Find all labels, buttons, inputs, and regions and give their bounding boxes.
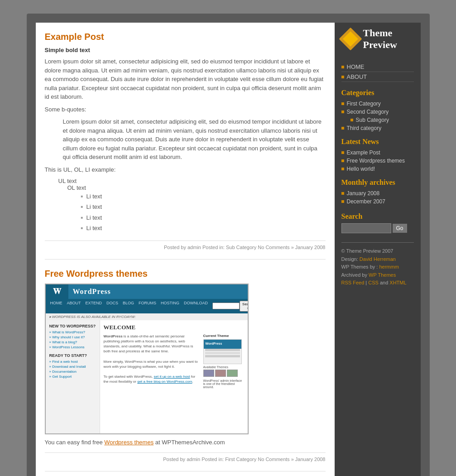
- bullet-icon-news3: [341, 168, 344, 170]
- latest-news-title: Latest News: [341, 138, 414, 146]
- sidebar-title: Theme Preview: [363, 27, 414, 51]
- post-divider-2: [45, 471, 326, 471]
- css-link[interactable]: CSS: [368, 280, 380, 285]
- sidebar-footer: © Theme Preview 2007 Design: David Herre…: [341, 242, 414, 287]
- wp-welcome-heading: WELCOME: [104, 324, 244, 331]
- and-label: and: [380, 280, 388, 285]
- post-subtitle: Simple bold text: [45, 47, 326, 53]
- wp-top-bar: 𝐖 WordPress: [46, 284, 248, 299]
- wp-nav-about: ABOUT: [65, 300, 83, 313]
- wp-link-what-is[interactable]: » What is a blog?: [49, 340, 96, 345]
- wp-right-content: WELCOME WordPress is a state-of-the-art …: [100, 320, 248, 433]
- search-input[interactable]: [341, 223, 391, 233]
- bullet-icon-news2: [341, 159, 344, 162]
- wp-theme-top-bar: WordPress: [204, 340, 241, 348]
- wp-link-what[interactable]: » What is WordPress?: [49, 330, 96, 335]
- link-text-after: at WPThemesArchive.com: [155, 439, 225, 446]
- wp-link-support[interactable]: » Get Support: [49, 374, 96, 379]
- wp-link-download[interactable]: » Download and Install: [49, 364, 96, 369]
- news-free-themes[interactable]: Free Wordpress themes: [341, 157, 414, 165]
- post-wordpress: Free Wordpress themes 𝐖 WordPress HOME A…: [45, 269, 326, 462]
- nav-about-label: ABOUT: [347, 73, 367, 80]
- wp-section-title-new: NEW TO WORDPRESS?: [49, 324, 96, 328]
- wp-right-inner: WordPress is a state-of-the-art semantic…: [104, 334, 244, 389]
- bullet-icon-cat2: [341, 111, 344, 113]
- post-title-example[interactable]: Example Post: [45, 32, 326, 42]
- post-link-text: You can easy find free Wordpress themes …: [45, 439, 326, 446]
- xhtml-link[interactable]: XHTML: [389, 280, 406, 285]
- archive-jan-2008[interactable]: January 2008: [341, 189, 414, 197]
- rss-feed-link[interactable]: RSS Feed: [341, 280, 366, 285]
- post-title-wordpress[interactable]: Free Wordpress themes: [45, 269, 326, 279]
- list-item: Li text: [81, 191, 326, 202]
- wp-ready-to-start: READY TO START? » Find a web host » Down…: [49, 353, 96, 379]
- bullet-icon-arch2: [341, 200, 344, 203]
- wp-text-block: WordPress is a state-of-the-art semantic…: [104, 334, 200, 389]
- wp-notice: ▸ WORDPRESS IS ALSO AVAILABLE IN RYCOAYW…: [46, 313, 248, 320]
- wp-thumb-3: [227, 370, 238, 377]
- ul-label: UL text: [58, 178, 326, 184]
- wp-themes-label: WP Themes by :: [341, 264, 378, 269]
- wordpress-themes-link[interactable]: Wordpress themes: [104, 439, 154, 446]
- footer-design: Design: David Herreman: [341, 255, 414, 264]
- wp-theme-preview-img: WordPress: [203, 339, 242, 364]
- wp-logo-icon: 𝐖: [53, 287, 61, 296]
- category-sub[interactable]: Sub Category: [341, 116, 414, 124]
- wp-search-button[interactable]: Search »: [240, 301, 248, 312]
- post-footer-wordpress: Posted by admin Posted in: First Categor…: [45, 452, 326, 462]
- wp-nav-links: HOME ABOUT EXTEND DOCS BLOG FORUMS HOSTI…: [46, 299, 248, 313]
- list-item: Li text: [81, 212, 326, 223]
- bullet-icon-about: [341, 76, 344, 78]
- category-first[interactable]: First Category: [341, 100, 414, 108]
- blockquote: Lorem ipsum dolor sit amet, consectetur …: [63, 117, 326, 162]
- wp-link-webhost[interactable]: » Find a web host: [49, 359, 96, 364]
- wp-link-lessons[interactable]: » WordPress Lessons: [49, 345, 96, 350]
- wp-free-blog-link[interactable]: get a free blog on WordPress.com: [137, 380, 192, 384]
- design-author: David Herreman: [360, 256, 396, 262]
- category-second[interactable]: Second Category: [341, 108, 414, 116]
- link-text-link: Wordpress themes: [104, 439, 154, 446]
- category-third[interactable]: Third category: [341, 124, 414, 132]
- post-divider-1: [45, 259, 326, 260]
- wp-nav-download: DOWNLOAD: [182, 300, 210, 313]
- sidebar-nav-about[interactable]: ABOUT: [341, 72, 414, 82]
- wp-site-name: WordPress: [68, 288, 115, 296]
- news-item-1: Example Post: [347, 149, 380, 156]
- archived-link[interactable]: WP Themes: [369, 272, 396, 278]
- wp-link-why[interactable]: » Why should I use it?: [49, 335, 96, 340]
- post-example: Example Post Simple bold text Lorem ipsu…: [45, 32, 326, 250]
- wp-nav-blog: BLOG: [120, 300, 136, 313]
- ol-label: OL text: [67, 184, 326, 191]
- cat-sub-label: Sub Category: [356, 117, 389, 123]
- nav-home-label: HOME: [347, 63, 365, 70]
- archive-item-2: December 2007: [347, 198, 385, 205]
- wp-link-docs[interactable]: » Documentation: [49, 369, 96, 374]
- wp-thumb-2: [215, 370, 226, 377]
- wp-search-input[interactable]: [212, 303, 240, 309]
- monthly-archives-section: Monthly archives January 2008 December 2…: [341, 178, 414, 206]
- archive-dec-2007[interactable]: December 2007: [341, 197, 414, 206]
- list-section: UL text OL text Li text Li text Li text …: [54, 178, 326, 234]
- latest-news-section: Latest News Example Post Free Wordpress …: [341, 138, 414, 173]
- wordpress-screenshot: 𝐖 WordPress HOME ABOUT EXTEND DOCS BLOG …: [45, 284, 249, 434]
- news-item-2: Free Wordpress themes: [347, 158, 405, 164]
- sidebar-nav-home[interactable]: HOME: [341, 62, 414, 72]
- wp-theme-thumbs: [203, 370, 244, 377]
- wp-nav-forums: FORUMS: [136, 300, 158, 313]
- cat-first-label: First Category: [347, 101, 381, 107]
- news-example-post[interactable]: Example Post: [341, 149, 414, 157]
- wp-setup-link[interactable]: set it up on a web host: [154, 375, 190, 379]
- search-button[interactable]: Go: [393, 224, 407, 233]
- inner-wrapper: Example Post Simple bold text Lorem ipsu…: [36, 23, 421, 476]
- archived-link-text: WP Themes: [369, 272, 396, 278]
- wp-themes-author-link[interactable]: hermmm: [379, 264, 398, 269]
- archived-label: Archived by: [341, 272, 367, 278]
- news-hello-world[interactable]: Hello world!: [341, 165, 414, 173]
- css-label: CSS: [368, 280, 379, 285]
- cat-second-label: Second Category: [347, 109, 389, 115]
- list-intro: This is UL, OL, LI example:: [45, 165, 326, 174]
- rss-label: RSS Feed: [341, 280, 365, 285]
- bullet-icon-subcat: [350, 119, 353, 121]
- design-label: Design:: [341, 256, 358, 262]
- design-author-link[interactable]: David Herreman: [360, 256, 396, 262]
